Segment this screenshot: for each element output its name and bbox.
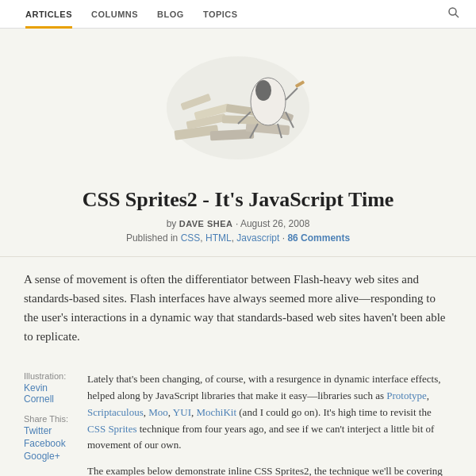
article-meta: by DAVE SHEA · August 26, 2008 [32,218,444,229]
nav-item-articles[interactable]: ARTICLES [16,0,82,29]
illustration-link[interactable]: Kevin Cornell [24,382,79,405]
hero-section [0,29,476,179]
comments-link[interactable]: 86 Comments [287,232,350,244]
svg-line-1 [455,14,459,17]
author-name: DAVE SHEA [179,219,233,228]
body-para1: Lately that's been changing, of course, … [87,371,452,454]
link-mochikit[interactable]: MochiKit [196,406,236,418]
article-tags: Published in CSS, HTML, Javascript · 86 … [32,232,444,244]
intro-text: A sense of movement is often the differe… [24,270,452,346]
sidebar: Illustration: Kevin Cornell Share This: … [0,359,87,476]
article-header: CSS Sprites2 - It's JavaScript Time by D… [0,179,476,256]
article-intro: A sense of movement is often the differe… [0,256,476,359]
svg-point-13 [255,80,271,101]
share-facebook[interactable]: Facebook [24,438,79,449]
nav-item-columns[interactable]: COLUMNS [82,0,148,29]
link-scriptaculous[interactable]: Scriptaculous [87,406,144,418]
by-label: by [167,218,177,229]
tag-css[interactable]: CSS [181,232,201,244]
top-navigation: ARTICLES COLUMNS BLOG TOPICS [0,0,476,29]
sidebar-illustration: Illustration: Kevin Cornell [24,371,79,405]
article-date: · August 26, 2008 [236,218,309,229]
share-google[interactable]: Google+ [24,451,79,462]
article-title: CSS Sprites2 - It's JavaScript Time [32,187,444,212]
link-moo[interactable]: Moo [148,406,168,418]
share-twitter[interactable]: Twitter [24,425,79,436]
illustration-label: Illustration: [24,371,79,381]
body-para2: The examples below demonstrate inline CS… [87,463,452,476]
sidebar-share: Share This: Twitter Facebook Google+ [24,414,79,462]
link-yui[interactable]: YUI [173,406,191,418]
tag-javascript[interactable]: Javascript [236,232,279,244]
nav-item-topics[interactable]: TOPICS [194,0,248,29]
tag-html[interactable]: HTML [205,232,232,244]
content-area: Illustration: Kevin Cornell Share This: … [0,359,476,476]
nav-item-blog[interactable]: BLOG [148,0,194,29]
nav-items: ARTICLES COLUMNS BLOG TOPICS [16,0,447,29]
search-icon[interactable] [447,6,460,22]
link-prototype[interactable]: Prototype [386,390,427,401]
svg-point-0 [449,8,456,15]
hero-illustration [151,44,325,171]
main-content: Lately that's been changing, of course, … [87,359,476,476]
link-css-sprites[interactable]: CSS Sprites [87,423,137,435]
share-label: Share This: [24,414,79,424]
